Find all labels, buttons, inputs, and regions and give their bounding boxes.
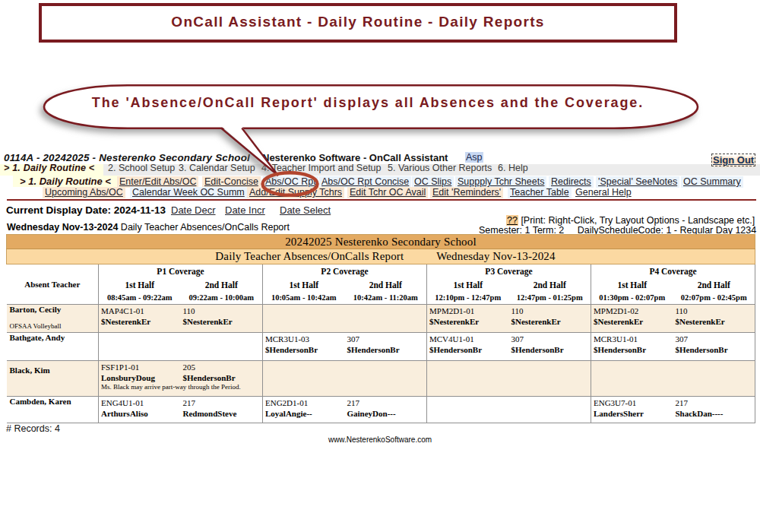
svg-text:The 'Absence/OnCall Report' di: The 'Absence/OnCall Report' displays all… — [92, 95, 644, 110]
